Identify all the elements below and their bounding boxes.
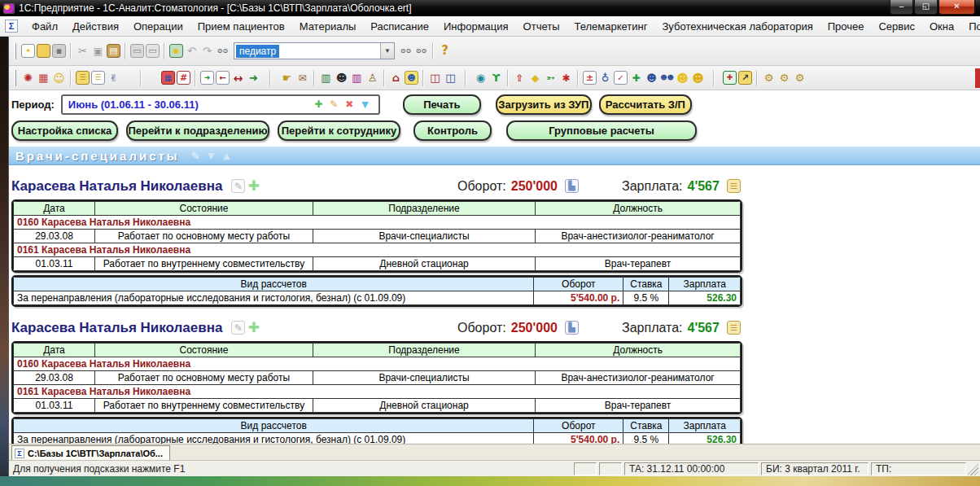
announcement-icon[interactable]: ☻ — [405, 71, 418, 85]
goto-department-button[interactable]: Перейти к подразделению — [126, 120, 269, 141]
calc-salary-button[interactable]: Рассчитать З/П — [599, 94, 692, 115]
print-preview-icon[interactable]: ▭ — [146, 44, 160, 58]
menu-item-0[interactable]: Файл — [24, 18, 65, 35]
mdi-window-tab[interactable]: Σ C:\Базы 1С\ВТГ\Зарплата\Об... — [11, 445, 170, 460]
group-calcs-button[interactable]: Групповые расчеты — [506, 120, 697, 141]
employee-green-icon[interactable]: ϒ — [489, 71, 503, 85]
copy-icon[interactable]: ▣ — [91, 44, 105, 58]
turnover-chart-icon[interactable]: ▙ — [565, 321, 579, 335]
salary-document-icon[interactable]: ☰ — [91, 71, 105, 85]
find-next-icon[interactable]: ⊙⊙ — [399, 44, 413, 58]
payment-hand-icon[interactable]: ☛ — [280, 71, 294, 85]
transfer-green-icon[interactable]: ➜ — [247, 71, 260, 85]
undo-icon[interactable]: ↶ — [185, 44, 199, 58]
menu-item-9[interactable]: Зуботехническая лаборатория — [655, 18, 820, 35]
doc-export-icon[interactable]: ← — [216, 71, 230, 85]
salary-coins-icon[interactable]: ☰ — [76, 71, 90, 85]
add-patient-icon[interactable]: ✚ — [629, 71, 643, 85]
redo-icon[interactable]: ↷ — [200, 44, 214, 58]
patients-group-icon[interactable]: ☻☻ — [660, 71, 674, 85]
add-record-icon[interactable]: ✚ — [247, 179, 260, 193]
list-settings-button[interactable]: Настройка списка — [11, 120, 118, 141]
edit-employee-icon[interactable]: ✎ — [231, 179, 245, 193]
exit-app-butterfly-icon[interactable]: ✺ — [21, 71, 35, 85]
journal-blue-icon[interactable]: ◫ — [444, 71, 457, 85]
menu-item-6[interactable]: Информация — [436, 18, 516, 35]
structure-tree-icon[interactable]: ➳ — [544, 71, 558, 85]
menu-item-8[interactable]: Телемаркетинг — [567, 18, 655, 35]
period-field[interactable]: Июнь (01.06.11 - 30.06.11) ✚✎✖▼ — [61, 94, 380, 115]
menu-item-7[interactable]: Отчеты — [516, 18, 567, 35]
goto-employee-button[interactable]: Перейти к сотруднику — [278, 120, 400, 141]
paste-icon[interactable]: ▤ — [107, 44, 120, 58]
workplace-icon[interactable]: ♙ — [365, 71, 379, 85]
doc-import-icon[interactable]: ➜ — [200, 71, 214, 85]
open-folder-icon[interactable] — [37, 44, 50, 58]
doc-check-icon[interactable]: ✓ — [614, 71, 628, 85]
load-zup-button[interactable]: Загрузить из ЗУП — [496, 94, 592, 115]
menu-item-3[interactable]: Прием пациентов — [190, 18, 292, 35]
menu-item-10[interactable]: Прочее — [820, 18, 872, 35]
edit-section-icon[interactable]: ✎ — [189, 149, 203, 163]
schedule-grid-icon[interactable]: # — [177, 71, 190, 85]
clinic-building-icon[interactable]: ⌂ — [389, 71, 403, 85]
wallet-icon[interactable]: ✉ — [295, 71, 309, 85]
new-document-icon[interactable]: ✶ — [21, 44, 35, 58]
send-export-icon[interactable]: ↗ — [738, 71, 752, 85]
patient-card-icon[interactable]: ☻ — [335, 71, 348, 85]
dismiss-employee-icon[interactable]: ⇧ — [513, 71, 527, 85]
patient-doc-icon[interactable]: ☻ — [645, 71, 658, 85]
add-record-icon[interactable]: ✚ — [247, 321, 260, 335]
menu-item-12[interactable]: Окна — [922, 18, 961, 35]
smiley-shades-icon[interactable]: ☻ — [676, 71, 689, 85]
salary-coins-stack-icon[interactable]: ☰ — [727, 321, 741, 335]
catalog-books-icon[interactable]: ▥ — [319, 71, 333, 85]
edit-employee-icon[interactable]: ✎ — [231, 321, 245, 335]
print-button[interactable]: Печать — [403, 94, 481, 115]
menu-item-5[interactable]: Расписание — [363, 18, 436, 35]
services-cube-icon[interactable]: ▦ — [161, 71, 175, 85]
add-period-icon[interactable]: ✚ — [312, 98, 326, 112]
cut-icon[interactable]: ✂ — [76, 44, 90, 58]
expand-section-icon[interactable]: ▲ — [220, 149, 234, 163]
save-icon[interactable]: ▪ — [52, 44, 66, 58]
delete-period-icon[interactable]: ✖ — [343, 98, 357, 112]
cancel-action-icon[interactable]: ✱ — [559, 71, 573, 85]
internet-globe-icon[interactable]: ♁ — [598, 71, 612, 85]
disc-report-icon[interactable]: ◉ — [474, 71, 488, 85]
edit-period-icon[interactable]: ✎ — [327, 98, 341, 112]
menu-item-13[interactable]: Помощь — [961, 18, 980, 35]
control-button[interactable]: Контроль — [413, 120, 492, 141]
menu-item-1[interactable]: Действия — [65, 18, 126, 35]
salary-coins-stack-icon[interactable]: ☰ — [727, 179, 741, 193]
search-combobox[interactable]: педиатр ▼ — [234, 42, 395, 59]
combobox-dropdown-icon[interactable]: ▼ — [380, 43, 394, 59]
transfer-red-icon[interactable]: ↔ — [231, 71, 245, 85]
menu-item-4[interactable]: Материалы — [292, 18, 364, 35]
smiley-shades-2-icon[interactable]: ☻ — [691, 71, 705, 85]
settings-transfer-icon[interactable]: ⚙ — [777, 71, 791, 85]
clock-face-icon[interactable]: ☺ — [52, 71, 66, 85]
minimize-button[interactable]: – — [890, 0, 913, 15]
personnel-icon[interactable]: ✌ — [107, 71, 120, 85]
help-icon[interactable]: ? — [438, 44, 452, 58]
find-icon[interactable]: ⊙⊙ — [216, 44, 230, 58]
doc-plus-minus-icon[interactable]: ± — [583, 71, 597, 85]
settings-exchange-icon[interactable]: ⚙ — [793, 71, 807, 85]
resize-grip[interactable] — [968, 462, 978, 475]
bonus-diamond-icon[interactable]: ◆ — [528, 71, 542, 85]
menu-item-11[interactable]: Сервис — [871, 18, 922, 35]
table-list-icon[interactable]: ▦ — [37, 71, 50, 85]
settings-list-icon[interactable]: ⚙ — [762, 71, 776, 85]
catalog-books-2-icon[interactable]: ▥ — [350, 71, 364, 85]
journal-red-icon[interactable]: ◫ — [428, 71, 442, 85]
ambulance-icon[interactable]: ✚ — [723, 71, 737, 85]
exit-session-icon[interactable]: ● — [169, 44, 183, 58]
select-period-icon[interactable]: ▼ — [358, 98, 372, 112]
close-button[interactable]: ✕ — [938, 0, 975, 15]
print-icon[interactable]: ▭ — [130, 44, 144, 58]
menu-item-2[interactable]: Операции — [126, 18, 190, 35]
mdi-system-icon[interactable]: Σ — [5, 20, 18, 33]
maximize-button[interactable]: ◱ — [914, 0, 938, 15]
collapse-section-icon[interactable]: ▼ — [204, 149, 218, 163]
